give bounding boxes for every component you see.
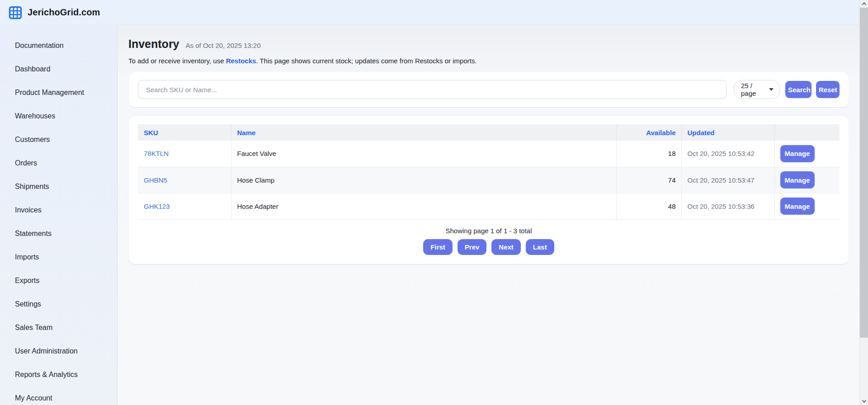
- manage-button[interactable]: Manage: [780, 198, 815, 215]
- sidebar-item-product-management[interactable]: Product Management: [0, 81, 117, 104]
- restocks-link[interactable]: Restocks: [226, 57, 256, 65]
- sidebar-item-customers[interactable]: Customers: [0, 128, 117, 151]
- manage-button[interactable]: Manage: [780, 171, 815, 188]
- sidebar-item-documentation[interactable]: Documentation: [0, 34, 117, 57]
- topbar: JerichoGrid.com: [0, 0, 859, 25]
- chevron-down-icon: [769, 88, 774, 91]
- column-header-name[interactable]: Name: [231, 124, 616, 141]
- table-header-row: SKU Name Available Updated: [138, 124, 840, 141]
- sku-link[interactable]: GHK123: [144, 202, 170, 210]
- sidebar: Documentation Dashboard Product Manageme…: [0, 26, 118, 405]
- prev-page-button[interactable]: Prev: [458, 239, 487, 255]
- sidebar-item-dashboard[interactable]: Dashboard: [0, 57, 117, 81]
- sidebar-item-reports-analytics[interactable]: Reports & Analytics: [0, 363, 117, 386]
- updated-cell: Oct 20, 2025 10:53:42: [681, 141, 774, 167]
- updated-cell: Oct 20, 2025 10:53:47: [681, 167, 774, 193]
- sidebar-item-statements[interactable]: Statements: [0, 222, 117, 245]
- pagination-summary: Showing page 1 of 1 - 3 total: [138, 227, 840, 235]
- main-content: Inventory As of Oct 20, 2025 13:20 To ad…: [118, 26, 859, 405]
- intro-after: . This page shows current stock; updates…: [256, 57, 476, 65]
- next-page-button[interactable]: Next: [491, 239, 521, 255]
- available-cell: 48: [616, 193, 681, 219]
- first-page-button[interactable]: First: [423, 239, 453, 255]
- search-button[interactable]: Search: [785, 81, 811, 98]
- column-header-actions: [774, 124, 840, 141]
- scroll-down-arrow-icon[interactable]: [860, 397, 868, 405]
- sku-link[interactable]: GHBN5: [144, 176, 167, 184]
- column-header-sku[interactable]: SKU: [138, 124, 231, 141]
- brand-name: JerichoGrid.com: [28, 7, 100, 18]
- manage-button[interactable]: Manage: [780, 145, 815, 162]
- table-row: 78KTLN Faucet Valve 18 Oct 20, 2025 10:5…: [138, 141, 840, 167]
- sidebar-item-my-account[interactable]: My Account: [0, 386, 117, 405]
- name-cell: Hose Clamp: [231, 167, 616, 193]
- pagination-controls: First Prev Next Last: [138, 239, 840, 255]
- table-row: GHBN5 Hose Clamp 74 Oct 20, 2025 10:53:4…: [138, 167, 840, 193]
- scrollbar-thumb[interactable]: [860, 8, 868, 338]
- page-size-value: 25 / page: [741, 82, 769, 97]
- scrollbar: [859, 0, 868, 405]
- intro-text: To add or receive inventory, use Restock…: [128, 57, 859, 65]
- sidebar-item-orders[interactable]: Orders: [0, 151, 117, 175]
- intro-before: To add or receive inventory, use: [128, 57, 226, 65]
- sidebar-item-settings[interactable]: Settings: [0, 292, 117, 316]
- sidebar-item-exports[interactable]: Exports: [0, 269, 117, 292]
- inventory-table-panel: SKU Name Available Updated 78KTLN Faucet…: [129, 116, 849, 264]
- search-panel: 25 / page Search Reset: [129, 72, 849, 107]
- name-cell: Hose Adapter: [231, 193, 616, 219]
- available-cell: 18: [616, 141, 681, 167]
- column-header-updated[interactable]: Updated: [681, 124, 774, 141]
- reset-button[interactable]: Reset: [816, 81, 840, 98]
- as-of-timestamp: As of Oct 20, 2025 13:20: [186, 42, 261, 49]
- available-cell: 74: [616, 167, 681, 193]
- sidebar-item-shipments[interactable]: Shipments: [0, 175, 117, 198]
- title-row: Inventory As of Oct 20, 2025 13:20: [128, 38, 859, 51]
- inventory-table: SKU Name Available Updated 78KTLN Faucet…: [138, 124, 840, 220]
- sidebar-item-user-administration[interactable]: User Administration: [0, 339, 117, 363]
- page-size-select[interactable]: 25 / page: [734, 80, 780, 99]
- search-input[interactable]: [138, 80, 726, 99]
- sku-link[interactable]: 78KTLN: [144, 150, 169, 157]
- sidebar-item-invoices[interactable]: Invoices: [0, 198, 117, 222]
- sidebar-item-imports[interactable]: Imports: [0, 245, 117, 269]
- sidebar-item-warehouses[interactable]: Warehouses: [0, 104, 117, 128]
- table-row: GHK123 Hose Adapter 48 Oct 20, 2025 10:5…: [138, 193, 840, 219]
- last-page-button[interactable]: Last: [526, 239, 554, 255]
- grid-logo-icon[interactable]: [8, 5, 23, 20]
- sidebar-item-sales-team[interactable]: Sales Team: [0, 316, 117, 339]
- scroll-up-arrow-icon[interactable]: [860, 0, 868, 8]
- updated-cell: Oct 20, 2025 10:53:36: [681, 193, 774, 219]
- page-title: Inventory: [128, 38, 179, 51]
- column-header-available[interactable]: Available: [616, 124, 681, 141]
- name-cell: Faucet Valve: [231, 141, 616, 167]
